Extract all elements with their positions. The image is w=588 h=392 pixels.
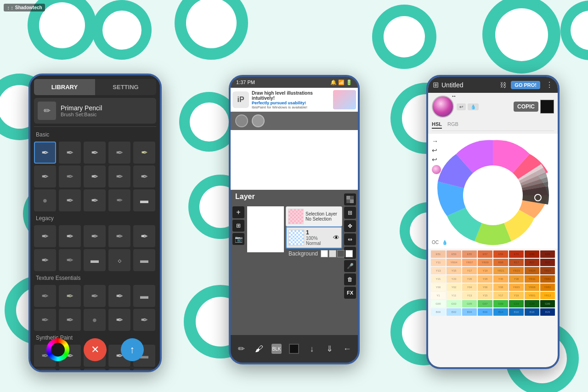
copic-cell[interactable]: Y17 xyxy=(462,267,477,274)
copic-cell[interactable]: Y15 xyxy=(478,292,492,299)
legacy-brush-7[interactable]: ✒ xyxy=(59,249,81,271)
history-btn[interactable]: ↩ xyxy=(457,103,466,110)
library-tab[interactable]: LIBRARY xyxy=(34,79,95,95)
brush-cell-1[interactable]: ✒ xyxy=(34,142,56,164)
mic-btn[interactable]: 🎤 xyxy=(344,260,356,272)
brush-cell-15[interactable]: ▬ xyxy=(133,189,155,211)
copic-cell[interactable]: E59 xyxy=(493,250,508,258)
tex-brush-2[interactable]: ✒ xyxy=(59,285,81,307)
brush-cell-10[interactable]: ✒ xyxy=(133,165,155,187)
copic-cell[interactable]: G02 xyxy=(447,300,461,307)
copic-cell[interactable]: YR68 xyxy=(525,284,539,291)
close-button[interactable]: ✕ xyxy=(84,338,107,361)
bg-color-white2[interactable] xyxy=(345,250,353,257)
legacy-brush-8[interactable]: ▬ xyxy=(84,249,106,271)
copic-cell[interactable]: Y26 xyxy=(462,275,477,283)
copic-cell[interactable]: YR61 xyxy=(540,275,555,283)
copic-cell[interactable]: B04 xyxy=(462,308,477,316)
color-wheel-button[interactable] xyxy=(46,338,69,361)
brush-cell-6[interactable]: ✒ xyxy=(34,165,56,187)
copic-cell[interactable]: YR01 xyxy=(525,292,539,299)
pro-button[interactable]: GO PRO! xyxy=(511,81,540,89)
eraser-tool-btn[interactable]: BLK xyxy=(268,341,285,357)
back-btn[interactable]: ← xyxy=(339,341,356,357)
copic-cell[interactable]: G99 xyxy=(540,300,555,307)
brush-cell-3[interactable]: ✒ xyxy=(84,142,106,164)
copic-cell[interactable]: Y21 xyxy=(431,275,446,283)
brush-cell-8[interactable]: ✒ xyxy=(84,165,106,187)
brush-tool-btn[interactable]: 🖌 xyxy=(251,341,267,357)
brush-cell-4[interactable]: ✒ xyxy=(108,142,130,164)
hsl-tab[interactable]: HSL xyxy=(432,121,442,129)
copic-cell[interactable]: B18 xyxy=(525,308,539,316)
copic-cell[interactable]: B00 xyxy=(431,308,446,316)
brush-cell-9[interactable]: ✒ xyxy=(108,165,130,187)
copic-cell[interactable]: G09 xyxy=(493,300,508,307)
tex-brush-6[interactable]: ✒ xyxy=(34,309,56,331)
syn-brush-10[interactable]: ✒ xyxy=(133,369,155,370)
copic-cell[interactable]: YR12 xyxy=(540,292,555,299)
swap-color-icon[interactable]: ↔ xyxy=(451,93,457,99)
circle-tool-1[interactable] xyxy=(235,114,248,127)
copic-cell[interactable]: YR07 xyxy=(462,259,477,266)
copic-cell[interactable]: Y1 xyxy=(431,292,446,299)
arrow-right-icon[interactable]: → xyxy=(432,137,441,145)
circle-tool-2[interactable] xyxy=(252,114,265,127)
main-color-circle[interactable]: ↔ xyxy=(432,96,454,118)
black-swatch[interactable] xyxy=(540,100,554,114)
copic-cell[interactable]: G29 xyxy=(525,300,539,307)
syn-brush-9[interactable]: ✒ xyxy=(108,369,130,370)
visibility-eye-icon[interactable]: 👁 xyxy=(333,234,339,241)
bg-color-dark[interactable] xyxy=(337,250,345,257)
copic-cell[interactable]: Y15 xyxy=(447,267,461,274)
selection-layer-row[interactable]: Selection Layer No Selection xyxy=(286,206,342,227)
copic-cell[interactable]: E55 xyxy=(462,250,477,258)
bg-color-light[interactable] xyxy=(329,250,336,257)
link-icon[interactable]: ⛓ xyxy=(500,81,506,89)
copic-cell[interactable]: Y13 xyxy=(431,267,446,274)
copic-cell[interactable]: Y11 xyxy=(431,259,446,266)
copic-cell[interactable]: YR23 xyxy=(509,267,524,274)
copic-cell[interactable]: Y38 xyxy=(509,275,524,283)
copic-cell[interactable]: G00 xyxy=(431,300,446,307)
copic-cell[interactable]: Y04 xyxy=(462,284,477,291)
copic-button[interactable]: COPIC xyxy=(514,102,538,112)
tex-brush-7[interactable]: ✒ xyxy=(59,309,81,331)
camera-btn[interactable]: 📷 xyxy=(232,233,244,245)
copic-cell[interactable]: B14 xyxy=(493,308,508,316)
undo-icon[interactable]: ↩ xyxy=(432,147,441,154)
copic-cell[interactable]: B02 xyxy=(447,308,461,316)
undo2-icon[interactable]: ↩ xyxy=(432,156,441,163)
tex-brush-10[interactable]: ✒ xyxy=(133,309,155,331)
rgb-tab[interactable]: RGB xyxy=(447,121,458,129)
copic-cell[interactable]: Y06 xyxy=(478,284,492,291)
copic-cell[interactable]: Y19 xyxy=(509,292,524,299)
copic-cell[interactable]: YR31 xyxy=(525,275,539,283)
copic-cell[interactable]: Y19 xyxy=(478,267,492,274)
copic-cell[interactable]: E89 xyxy=(525,250,539,258)
copic-cell[interactable]: R17 xyxy=(509,259,524,266)
upload-button[interactable]: ↑ xyxy=(121,338,144,361)
background-more-icon[interactable]: ⋮ xyxy=(356,249,358,258)
copic-cell[interactable]: E53 xyxy=(447,250,461,258)
bg-color-white[interactable] xyxy=(321,250,328,257)
syn-brush-7[interactable]: ▼ xyxy=(59,369,81,370)
copic-cell[interactable]: YR09 xyxy=(478,259,492,266)
grid-icon[interactable]: ⊞ xyxy=(433,80,439,89)
copic-cell[interactable]: YR24 xyxy=(525,267,539,274)
delete-btn[interactable]: 🗑 xyxy=(344,273,356,285)
tex-brush-1[interactable]: ✒ xyxy=(34,285,56,307)
color-fill-btn[interactable] xyxy=(286,341,302,357)
more-options-icon[interactable]: ⋮ xyxy=(546,80,553,89)
brush-cell-12[interactable]: ✒ xyxy=(59,189,81,211)
tex-brush-8[interactable]: ● xyxy=(84,309,106,331)
legacy-brush-6[interactable]: ✒ xyxy=(34,249,56,271)
tex-brush-5[interactable]: ▬ xyxy=(133,285,155,307)
copic-cell[interactable]: G19 xyxy=(509,300,524,307)
copic-cell[interactable]: Y28 xyxy=(478,275,492,283)
copic-cell[interactable]: E51 xyxy=(431,250,446,258)
copic-cell[interactable]: YR65 xyxy=(509,284,524,291)
eyedropper-btn[interactable]: 💧 xyxy=(468,103,479,110)
copic-cell[interactable]: R37 xyxy=(540,259,555,266)
tex-brush-4[interactable]: ✒ xyxy=(108,285,130,307)
